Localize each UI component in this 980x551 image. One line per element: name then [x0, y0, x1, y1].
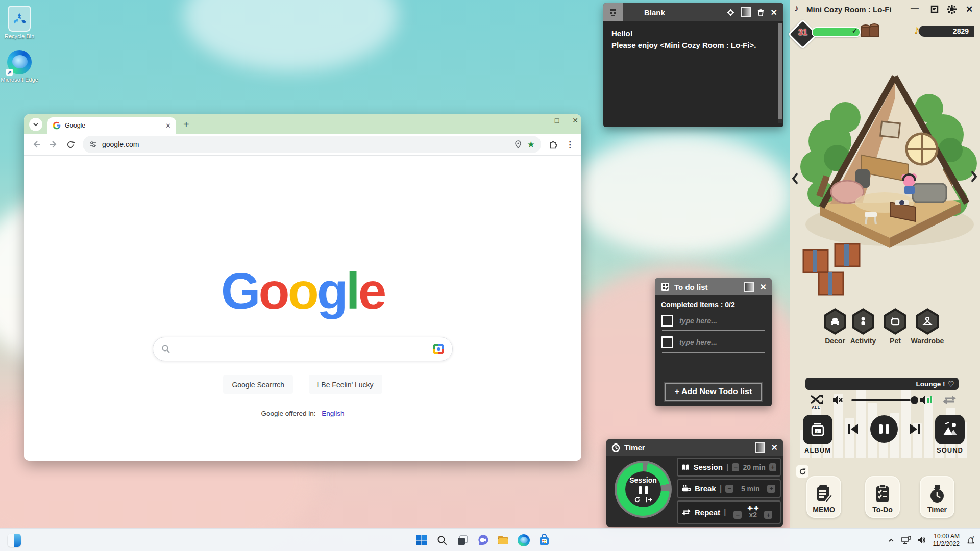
volume-slider-knob[interactable]	[911, 396, 918, 404]
memo-scrollbar[interactable]	[778, 23, 782, 123]
heart-icon[interactable]: ♡	[948, 380, 954, 388]
skip-session-icon[interactable]	[646, 496, 652, 503]
browser-minimize-button[interactable]: —	[534, 116, 542, 124]
notification-bell-icon[interactable]: zz	[966, 535, 976, 545]
file-explorer-button[interactable]	[493, 530, 513, 550]
browser-tab[interactable]: Google ✕	[47, 117, 176, 134]
timer-close-icon[interactable]: ✕	[771, 443, 778, 453]
todo-item-input[interactable]	[678, 338, 757, 347]
memo-body[interactable]: Hello! Please enjoy <Mini Cozy Room : Lo…	[603, 21, 783, 127]
nav-activity-button[interactable]	[852, 308, 874, 335]
cozy-settings-icon[interactable]	[947, 5, 957, 14]
site-settings-icon[interactable]	[89, 140, 97, 148]
store-button[interactable]	[534, 530, 554, 550]
speaker-icon[interactable]	[917, 536, 927, 544]
timer-window: Timer ✕ Session	[606, 439, 783, 527]
todo-checkbox[interactable]	[661, 315, 673, 327]
memo-line: Hello!	[611, 28, 775, 39]
volume-slider-track[interactable]	[851, 399, 911, 401]
lens-camera-icon[interactable]	[433, 344, 444, 354]
desktop-icon-edge[interactable]: ↗ Microsoft Edge	[0, 50, 41, 83]
restart-session-icon[interactable]	[634, 496, 641, 503]
memo-close-icon[interactable]: ✕	[771, 8, 777, 17]
todo-item-input[interactable]	[678, 316, 757, 325]
tray-chevron-icon[interactable]	[888, 537, 895, 544]
next-track-icon[interactable]	[908, 422, 922, 436]
desktop-icon-label: Recycle Bin	[0, 33, 41, 39]
session-minus-button[interactable]: −	[732, 463, 739, 471]
widgets-button[interactable]	[4, 530, 24, 550]
dock-timer-button[interactable]: Timer	[920, 476, 954, 518]
settings-gear-icon[interactable]	[727, 9, 734, 16]
location-pin-icon[interactable]	[514, 140, 522, 148]
cozy-popout-icon[interactable]	[930, 5, 939, 14]
logo-letter: g	[317, 262, 346, 319]
dock-memo-button[interactable]: MEMO	[806, 476, 841, 518]
desktop-icon-recycle-bin[interactable]: Recycle Bin	[0, 6, 41, 39]
repeat-icon[interactable]	[943, 394, 956, 406]
window-mode-icon[interactable]	[744, 282, 754, 292]
cozy-minimize-icon[interactable]: —	[911, 4, 919, 13]
trash-icon[interactable]	[757, 8, 765, 16]
forward-icon[interactable]	[48, 139, 59, 149]
search-button[interactable]	[432, 530, 452, 550]
edge-icon	[518, 534, 530, 546]
session-plus-button[interactable]: +	[769, 463, 776, 471]
repeat-row: Repeat | ✚·✚ − x2 +	[677, 500, 781, 524]
task-view-button[interactable]	[452, 530, 473, 550]
network-icon[interactable]	[901, 536, 911, 545]
repeat-minus-button[interactable]: −	[733, 511, 742, 519]
nav-pet-button[interactable]	[884, 308, 906, 335]
nav-decor-button[interactable]	[824, 308, 846, 335]
dock-todo-button[interactable]: To-Do	[865, 476, 900, 518]
reset-chip[interactable]	[796, 465, 808, 478]
level-value: 31	[796, 28, 810, 37]
todo-item	[661, 336, 766, 348]
tab-close-icon[interactable]: ✕	[165, 122, 171, 130]
new-tab-button[interactable]: +	[183, 119, 189, 131]
window-mode-icon[interactable]	[755, 442, 765, 453]
back-icon[interactable]	[31, 139, 41, 149]
language-link[interactable]: English	[322, 410, 344, 417]
clock[interactable]: 10:00 AM 11/2/2022	[933, 533, 960, 548]
tab-search-button[interactable]	[29, 118, 42, 131]
search-input[interactable]	[177, 344, 427, 354]
room-prev-arrow-icon[interactable]	[791, 172, 799, 185]
mute-icon[interactable]	[832, 395, 843, 405]
bookmark-star-icon[interactable]: ★	[527, 140, 535, 149]
search-box[interactable]	[153, 337, 453, 361]
feeling-lucky-button[interactable]: I Be Feelin' Lucky	[309, 375, 382, 394]
browser-maximize-button[interactable]: □	[555, 116, 559, 124]
menu-dots-icon[interactable]: ⋮	[566, 139, 574, 150]
room-next-arrow-icon[interactable]	[970, 170, 978, 183]
reload-icon[interactable]	[66, 140, 76, 149]
break-row-label: Break	[695, 484, 716, 493]
sound-button[interactable]	[935, 415, 965, 444]
cozy-close-icon[interactable]: ✕	[966, 4, 973, 15]
window-mode-icon[interactable]	[741, 7, 751, 17]
nav-wardrobe-button[interactable]	[916, 308, 939, 335]
repeat-plus-button[interactable]: +	[764, 511, 772, 519]
google-search-button[interactable]: Google Searrrch	[223, 375, 293, 394]
url-text[interactable]: google.com	[102, 140, 509, 148]
break-minus-button[interactable]: −	[725, 485, 733, 493]
browser-close-button[interactable]: ✕	[572, 116, 578, 124]
previous-track-icon[interactable]	[846, 422, 860, 436]
add-todo-button[interactable]: + Add New Todo list	[665, 383, 762, 401]
dial-pause-icon[interactable]	[639, 486, 648, 494]
chat-button[interactable]	[473, 530, 493, 550]
shuffle-icon[interactable]	[810, 394, 823, 405]
album-button[interactable]: ♪	[803, 415, 832, 444]
address-bar[interactable]: google.com ★	[83, 136, 541, 153]
todo-close-icon[interactable]: ✕	[760, 282, 767, 292]
search-icon	[161, 344, 170, 354]
break-plus-button[interactable]: +	[767, 485, 775, 493]
todo-checkbox[interactable]	[661, 336, 673, 348]
drums-icon[interactable]	[859, 21, 881, 42]
shortcut-arrow-icon: ↗	[6, 69, 13, 76]
person-icon	[857, 316, 869, 327]
pause-button[interactable]	[870, 415, 898, 443]
extensions-icon[interactable]	[548, 139, 558, 149]
start-button[interactable]	[411, 530, 432, 550]
edge-button[interactable]	[513, 530, 534, 550]
